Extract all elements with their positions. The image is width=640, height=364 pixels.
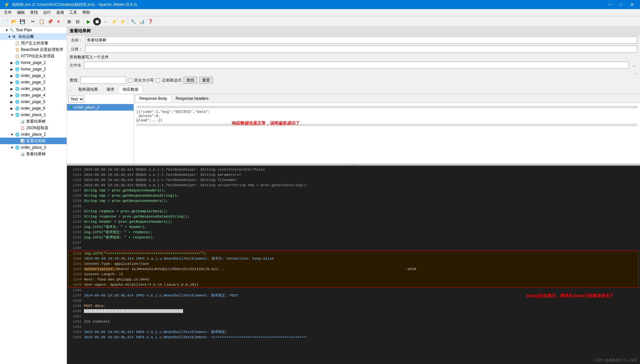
log-button[interactable]: 📊	[138, 18, 146, 25]
reset-button[interactable]: 重置	[199, 77, 213, 84]
log-line: 12262024-05-06 18:26:30,414 DEBUG o.a.j.…	[68, 183, 639, 188]
sampler-icon: 🌐	[15, 61, 20, 65]
minimize-button[interactable]: ─	[605, 1, 615, 8]
expand-button[interactable]: ⊞	[65, 18, 73, 25]
tree-label: order_place_1	[21, 113, 46, 117]
copy-button[interactable]: 📋	[38, 18, 45, 25]
new-button[interactable]: 📄	[1, 18, 9, 25]
log-line: 1242Authorization: Bearer eyJ0eXAiOiJKV1…	[68, 266, 639, 272]
log-line-text	[84, 245, 639, 250]
tree-jsonextractor[interactable]: 📋 JSON提取器	[0, 125, 67, 131]
viewer-title: 查看结果树	[67, 27, 640, 36]
tree-order3[interactable]: ▶ 🌐 order_page_3	[0, 85, 67, 92]
tree-label: order_page_6	[21, 106, 45, 111]
open-button[interactable]: 📂	[10, 18, 18, 25]
filename-input[interactable]	[84, 62, 629, 69]
tab-response-headers[interactable]: Response headers	[171, 95, 213, 102]
log-panel[interactable]: 12232024-05-06 18:26:30,414 DEBUG o.a.j.…	[67, 166, 640, 364]
log-line-text: 2024-05-06 18:26:30,414 INFO o.a.j.u.Bea…	[84, 256, 638, 261]
config-dots[interactable]: ...	[634, 70, 637, 75]
tree-viewtree3[interactable]: 📊 查看结果树	[0, 151, 67, 157]
cut-button[interactable]: ✂	[29, 18, 37, 25]
log-line: 1243Content-Length: 72	[68, 272, 639, 277]
tree-order5[interactable]: ▶ 🌐 order_page_5	[0, 99, 67, 105]
stop-button[interactable]: ⏹	[93, 18, 101, 25]
log-line-number: 1231	[68, 209, 81, 214]
name-row: 名称：	[67, 36, 640, 45]
menu-options[interactable]: 选项	[54, 9, 67, 16]
search-input[interactable]	[80, 77, 126, 84]
menu-bar: 文件 编辑 查找 运行 选项 工具 帮助	[0, 9, 640, 16]
tree-userdefined[interactable]: 📋 用户定义的变量	[0, 40, 67, 46]
tree-order1[interactable]: ▶ 🌐 order_page_1	[0, 72, 67, 79]
search-button[interactable]: 查找	[184, 77, 197, 84]
tree-order6[interactable]: ▶ 🌐 order_page_6	[0, 105, 67, 112]
help-button[interactable]: ❓	[146, 18, 154, 25]
tab-sampler-result[interactable]: 取样器结果	[74, 85, 102, 93]
log-line-text	[84, 314, 639, 319]
tree-orderplace1[interactable]: ▼ 🌐 order_place_1	[0, 112, 67, 118]
collapse-button[interactable]: ⊟	[74, 18, 82, 25]
log-line-number: 1232	[68, 214, 81, 219]
menu-file[interactable]: 文件	[1, 9, 14, 16]
tree-orderplace2[interactable]: ▼ 🌐 order_place_2	[0, 131, 67, 138]
tree-zaidiandaji[interactable]: ▼ ⚙ 在站点餐	[0, 33, 67, 40]
log-line: 12542024-05-06 18:26:30,414 INFO o.a.j.u…	[68, 329, 639, 335]
search-row: 查找: 区分大小写 正则表达式 查找 重置	[67, 76, 640, 85]
tree-home1[interactable]: ▶ 🌐 home_page_1	[0, 59, 67, 66]
tree-arrow: ▼	[10, 113, 15, 117]
log-line-number: 1253	[68, 324, 81, 329]
save-button[interactable]: 💾	[18, 18, 26, 25]
tree-testplan[interactable]: ▼ 🔧 Test Plan	[0, 27, 67, 33]
menu-help[interactable]: 帮助	[80, 9, 93, 16]
viewer-top-wrap: 查看结果树 名称： 注释： 所有数据写入一个文件 文件名 ...	[67, 27, 640, 164]
name-input[interactable]	[85, 37, 637, 44]
remote-stop[interactable]: ⚡	[119, 18, 126, 25]
tree-viewtree2[interactable]: 📊 查看结果树	[0, 138, 67, 144]
config-dots2[interactable]: ...	[68, 87, 72, 92]
tree-viewtree1[interactable]: 📊 查看结果树	[0, 118, 67, 125]
log-line-number: 1236	[68, 235, 81, 240]
tree-order4[interactable]: ▶ 🌐 order_page_4	[0, 92, 67, 99]
regex-checkbox[interactable]	[156, 78, 160, 83]
menu-tools[interactable]: 工具	[67, 9, 80, 16]
tab-response-body[interactable]: Response Body	[135, 95, 171, 102]
tab-request[interactable]: 请求	[102, 85, 119, 93]
tree-orderplace3[interactable]: ▼ 🌐 order_place_3	[0, 144, 67, 151]
tree-order2[interactable]: ▶ 🌐 order_page_2	[0, 79, 67, 85]
case-checkbox[interactable]	[128, 78, 132, 83]
settings-button[interactable]: 🔧	[129, 18, 137, 25]
response-config-dots[interactable]: ...	[634, 104, 637, 109]
log-line-number: 1247	[68, 293, 81, 298]
tree-arrow: ▶	[10, 61, 15, 65]
comment-input[interactable]	[85, 46, 637, 53]
menu-search[interactable]: 查找	[27, 9, 40, 16]
tree-home2[interactable]: ▶ 🌐 home_page_2	[0, 66, 67, 72]
close-button[interactable]: ✕	[627, 1, 637, 8]
result-item-label: order_place_2	[74, 105, 100, 110]
clear-button[interactable]: ○	[102, 18, 109, 25]
menu-run[interactable]: 运行	[40, 9, 54, 16]
sampler-icon: 🌐	[15, 93, 20, 98]
type-select[interactable]: Text	[68, 96, 84, 103]
group-icon: ⚙	[12, 35, 18, 39]
run-button[interactable]: ▶	[85, 18, 92, 25]
maximize-button[interactable]: □	[616, 1, 626, 8]
browse-dots[interactable]: ...	[632, 63, 637, 68]
delete-button[interactable]: ✕	[55, 18, 62, 25]
tree-httpheader[interactable]: 📋 HTTP信息头管理器	[0, 53, 67, 59]
tab-response[interactable]: 响应数据	[119, 85, 143, 94]
log-line-number: 1242	[69, 266, 82, 272]
tree-beanshell[interactable]: 📜 BeanShell 后置处理程序	[0, 46, 67, 53]
log-line: 1231String reqData = prev.getSamplerData…	[68, 209, 639, 214]
menu-edit[interactable]: 编辑	[14, 9, 27, 16]
log-line: 12232024-05-06 18:26:30,414 DEBUG o.a.j.…	[68, 167, 639, 172]
comment-row: 注释：	[67, 45, 640, 54]
main-container: ▼ 🔧 Test Plan ▼ ⚙ 在站点餐 📋 用户定义的变量 📜 BeanS…	[0, 27, 640, 364]
result-list-item[interactable]: ● order_place_2	[67, 104, 134, 111]
paste-button[interactable]: 📌	[46, 18, 54, 25]
log-line: 12252024-05-06 18:26:30,414 DEBUG o.a.j.…	[68, 177, 639, 183]
remote-run[interactable]: ⚡	[110, 18, 118, 25]
log-line: 1252[no cookies]	[68, 319, 639, 324]
toolbar-sep-2	[64, 18, 64, 25]
